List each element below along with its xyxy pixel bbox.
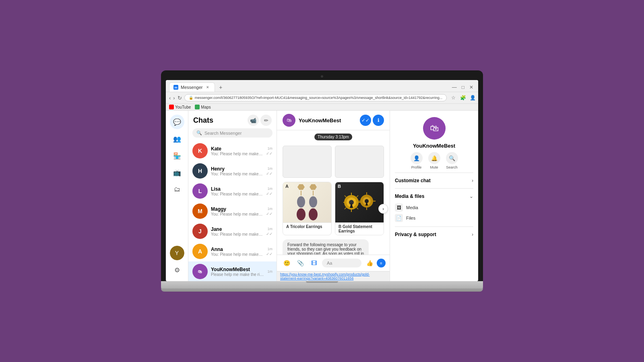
gif-input-btn[interactable]: 🎞 (308, 257, 320, 269)
attach-input-btn[interactable]: 📎 (295, 257, 306, 269)
topbar-checkmark-btn[interactable]: ✓✓ (360, 115, 371, 126)
laptop-screen: m Messenger ✕ + — □ ✕ ‹ › ↻ (166, 80, 478, 281)
chat-time-anna: 1m (267, 247, 272, 251)
search-placeholder: Search Messenger (204, 131, 242, 136)
refresh-button[interactable]: ↻ (178, 94, 182, 102)
chat-item-anna[interactable]: A Anna You: Please help me make the righ… (188, 241, 277, 261)
media-item[interactable]: 🖼 Media (395, 202, 473, 213)
browser-toolbar: ‹ › ↻ 🔒 messenger.com/t/36062771805935O/… (166, 92, 478, 104)
files-item[interactable]: 📄 Files (395, 213, 473, 223)
chat-name-maggy: Maggy (211, 206, 263, 212)
search-box[interactable]: 🔍 Search Messenger (192, 128, 272, 138)
media-label: Media (406, 205, 418, 210)
maps-icon (195, 105, 200, 109)
message-bubble-1: Forward the following message to your fr… (283, 239, 369, 255)
chat-item-lisa[interactable]: L Lisa You: Please help me make the righ… (188, 181, 277, 201)
rp-action-profile[interactable]: 👤 Profile (411, 152, 423, 169)
chat-info-lisa: Lisa You: Please help me make the right.… (211, 186, 263, 196)
earring-oval-wine-1 (297, 208, 305, 220)
product-cards-row: A (283, 182, 384, 235)
placeholder-card-2 (335, 146, 384, 178)
chat-input-area: 🙂 📎 🎞 Aa 👍 ≡ (277, 255, 390, 271)
compose-button[interactable]: ✏ (260, 115, 272, 126)
like-input-btn[interactable]: 👍 (364, 257, 375, 269)
product-card-tricolor[interactable]: A (283, 182, 332, 235)
media-files-title: Media & files (395, 193, 424, 199)
youtube-label: YouTube (175, 105, 191, 109)
svg-line-6 (357, 195, 358, 197)
chat-item-jane[interactable]: J Jane You: Please help me make the righ… (188, 221, 277, 241)
message-text-input[interactable]: Aa (322, 259, 361, 267)
forward-button[interactable]: › (173, 94, 175, 102)
new-tab-button[interactable]: + (217, 83, 225, 91)
status-bar: https://you-know-me-best.myshopify.com/p… (277, 271, 390, 281)
active-tab[interactable]: m Messenger ✕ (169, 82, 215, 92)
chat-preview-youknow: Please help me make the right dec... (211, 272, 264, 277)
bookmark-maps[interactable]: Maps (195, 105, 211, 109)
profile-action-icon: 👤 (411, 152, 423, 164)
status-url: https://you-know-me-best.myshopify.com/p… (280, 272, 369, 280)
product-card-gold[interactable]: B (335, 182, 384, 235)
laptop-notch (306, 281, 338, 283)
files-icon: 📄 (395, 214, 403, 222)
files-label: Files (406, 216, 415, 220)
url-text: messenger.com/t/36062771805935O/?ref=imp… (195, 96, 443, 100)
chat-item-henry[interactable]: H Henry You: Please help me make the rig… (188, 161, 277, 181)
chat-item-kate[interactable]: K Kate You: Please help me make the righ… (188, 141, 277, 161)
right-panel-actions: 👤 Profile 🔔 Mute 🔍 Search (395, 152, 473, 169)
chat-name-jane: Jane (211, 226, 263, 232)
sidebar-marketplace-icon[interactable]: 🏪 (170, 148, 184, 163)
sidebar-people-icon[interactable]: 👥 (170, 132, 184, 146)
chat-avatar-jane: J (192, 224, 208, 239)
topbar-contact-avatar: 🛍 (283, 114, 295, 127)
window-minimize[interactable]: — (450, 84, 458, 91)
right-panel-avatar: 🛍 (423, 117, 446, 140)
chat-item-maggy[interactable]: M Maggy You: Please help me make the rig… (188, 201, 277, 221)
window-close[interactable]: ✕ (468, 84, 475, 91)
chat-avatar-anna: A (192, 244, 208, 259)
chat-time-henry: 1m (267, 167, 272, 171)
customize-chat-title: Customize chat (395, 178, 431, 183)
chat-preview-jane: You: Please help me make the right... (211, 232, 263, 237)
chat-name-kate: Kate (211, 146, 263, 152)
privacy-support-title: Privacy & support (395, 232, 436, 237)
rp-action-mute[interactable]: 🔔 Mute (428, 152, 440, 169)
chat-preview-lisa: You: Please help me make the right... (211, 192, 263, 196)
sidebar-archive-icon[interactable]: 🗂 (170, 182, 184, 197)
profile-icon[interactable]: 👤 (469, 94, 477, 102)
chat-info-henry: Henry You: Please help me make the right… (211, 166, 263, 176)
sidebar-watch-icon[interactable]: 📺 (170, 165, 184, 180)
topbar-info-btn[interactable]: ℹ (373, 115, 384, 126)
back-button[interactable]: ‹ (169, 94, 171, 102)
bookmark-star-icon[interactable]: ☆ (449, 94, 457, 102)
rp-action-search[interactable]: 🔍 Search (446, 152, 458, 169)
chat-list: K Kate You: Please help me make the righ… (188, 141, 277, 281)
customize-chat-row[interactable]: Customize chat › (395, 176, 473, 185)
bookmark-youtube[interactable]: YouTube (169, 105, 191, 109)
address-bar[interactable]: 🔒 messenger.com/t/36062771805935O/?ref=i… (184, 94, 447, 101)
chat-avatar-youknow: 🛍 (192, 264, 208, 279)
earring-oval-gray-2 (309, 196, 317, 208)
tab-close-btn[interactable]: ✕ (205, 84, 211, 90)
media-files-row[interactable]: Media & files ⌄ (395, 192, 473, 201)
sidebar-messenger-icon[interactable]: 💬 (170, 115, 184, 129)
video-call-button[interactable]: 📹 (248, 115, 259, 126)
svg-line-7 (357, 208, 358, 209)
more-input-btn[interactable]: ≡ (377, 259, 386, 267)
privacy-support-row[interactable]: Privacy & support › (395, 230, 473, 239)
carousel-next-button[interactable]: › (378, 204, 388, 214)
chat-name-lisa: Lisa (211, 186, 263, 192)
extensions-icon[interactable]: 🧩 (459, 94, 467, 102)
emoji-input-btn[interactable]: 🙂 (281, 257, 292, 269)
chat-preview-henry: You: Please help me make the right... (211, 172, 263, 176)
chat-item-youknow[interactable]: 🛍 YouKnowMeBest Please help me make the … (188, 261, 277, 281)
customize-chat-chevron: › (472, 178, 473, 183)
privacy-support-section: Privacy & support › (395, 226, 473, 239)
earring-oval-wine-2 (309, 208, 318, 220)
mute-action-label: Mute (430, 165, 438, 169)
sidebar-settings-icon[interactable]: ⚙ (170, 263, 184, 277)
sidebar-user-avatar[interactable]: Y (170, 246, 184, 260)
laptop-foot (161, 288, 483, 292)
earring-oval-gray-1 (297, 196, 305, 208)
window-maximize[interactable]: □ (460, 84, 466, 91)
